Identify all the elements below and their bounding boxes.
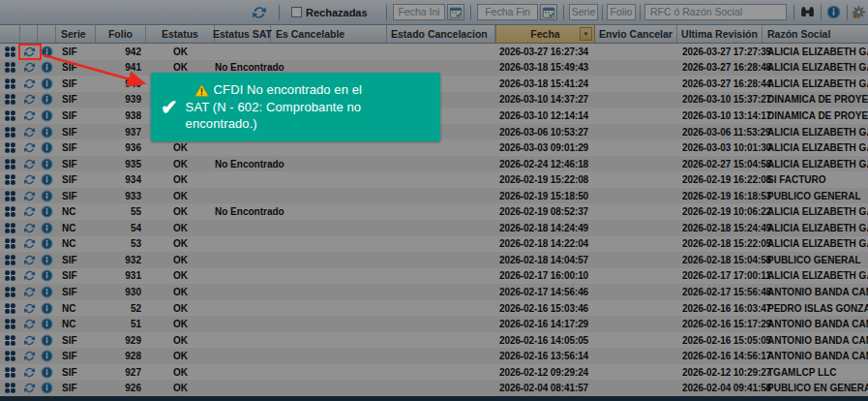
tooltip-text: CFDI No encontrado en el SAT (N - 602: C… (186, 81, 362, 133)
tooltip-line-2: SAT (N - 602: Comprobante no (186, 99, 362, 116)
sat-status-tooltip: ✔ CFDI No encontrado en el SAT (N - 602:… (151, 73, 440, 141)
annotation-highlight-box (18, 44, 42, 60)
tooltip-line-1: CFDI No encontrado en el (214, 81, 362, 99)
warning-icon (195, 84, 209, 97)
tooltip-line-3: encontrado.) (186, 115, 362, 133)
app-window: Rechazadas Fecha Ini Fecha Fin Serie Fol… (0, 0, 868, 401)
check-icon: ✔ (161, 97, 178, 117)
dim-overlay (0, 0, 868, 401)
